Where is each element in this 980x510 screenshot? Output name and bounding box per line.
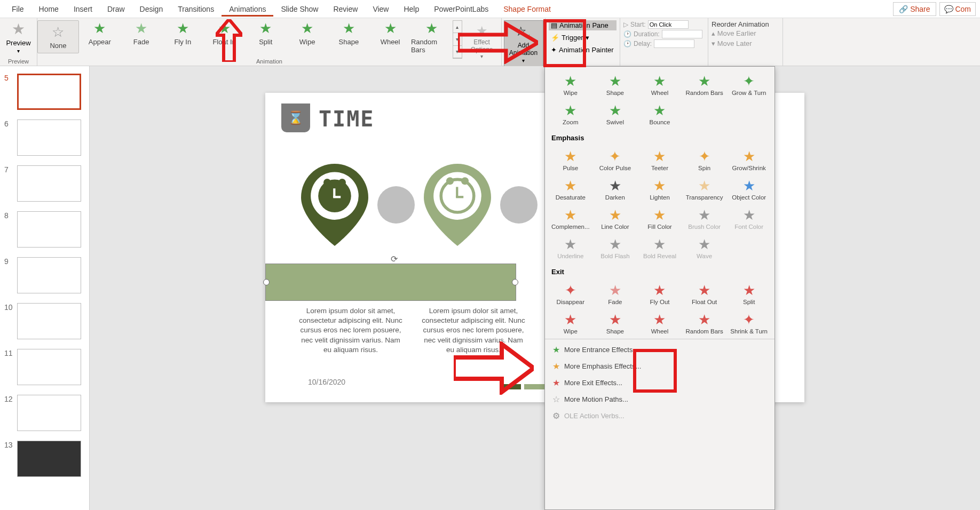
star-icon: ★ bbox=[653, 312, 666, 328]
anim-wheel[interactable]: ★Wheel bbox=[369, 20, 411, 46]
menu-design[interactable]: Design bbox=[132, 2, 171, 17]
thumbnail-13[interactable]: 13 bbox=[0, 439, 89, 484]
dd-spin[interactable]: ✦Spin bbox=[682, 146, 727, 173]
dd-shrinkturn[interactable]: ✦Shrink & Turn bbox=[726, 309, 771, 337]
more-entrance-link[interactable]: ★More Entrance Effects... bbox=[545, 341, 774, 358]
star-icon: ★ bbox=[698, 73, 710, 90]
text-col-2[interactable]: Lorem ipsum dolor sit amet, consectetur … bbox=[420, 306, 527, 355]
dd-randombars[interactable]: ★Random Bars bbox=[682, 71, 727, 98]
dd-darken[interactable]: ★Darken bbox=[593, 176, 638, 203]
more-motion-link[interactable]: ☆More Motion Paths... bbox=[545, 391, 774, 408]
dd-bounce[interactable]: ★Bounce bbox=[637, 100, 682, 128]
dd-growshrink[interactable]: ★Grow/Shrink bbox=[726, 146, 771, 173]
thumbnail-5[interactable]: 5 bbox=[0, 71, 89, 117]
effect-options[interactable]: ★Effect Options▾ bbox=[462, 20, 501, 62]
dd-wheel-exit[interactable]: ★Wheel bbox=[637, 309, 682, 337]
menu-transitions[interactable]: Transitions bbox=[170, 2, 222, 17]
dd-desaturate[interactable]: ★Desaturate bbox=[548, 176, 593, 203]
menu-slideshow[interactable]: Slide Show bbox=[273, 2, 326, 17]
anim-split[interactable]: ★Split bbox=[245, 20, 287, 46]
dd-teeter[interactable]: ★Teeter bbox=[637, 146, 682, 173]
dd-flyout[interactable]: ★Fly Out bbox=[637, 280, 682, 307]
thumbnail-6[interactable]: 6 bbox=[0, 117, 89, 163]
dd-disappear[interactable]: ✦Disappear bbox=[548, 280, 593, 307]
dd-fade-exit[interactable]: ★Fade bbox=[593, 280, 638, 307]
delay-input[interactable] bbox=[654, 39, 694, 48]
anim-appear[interactable]: ★Appear bbox=[79, 20, 121, 46]
share-button[interactable]: 🔗Share bbox=[893, 2, 936, 16]
preview-button[interactable]: Preview bbox=[6, 39, 30, 47]
dd-wheel[interactable]: ★Wheel bbox=[637, 71, 682, 98]
dd-pulse[interactable]: ★Pulse bbox=[548, 146, 593, 173]
more-emphasis-link[interactable]: ★More Emphasis Effects... bbox=[545, 358, 774, 374]
anim-randombars[interactable]: ★Random Bars bbox=[411, 20, 453, 54]
thumbnail-11[interactable]: 11 bbox=[0, 347, 89, 393]
add-animation-dropdown[interactable]: ★Wipe ★Shape ★Wheel ★Random Bars ✦Grow &… bbox=[544, 66, 775, 510]
dd-linecolor[interactable]: ★Line Color bbox=[593, 205, 638, 232]
animation-pane-button[interactable]: ▤Animation Pane bbox=[549, 20, 617, 30]
anim-fade[interactable]: ★Fade bbox=[121, 20, 162, 46]
dd-wipe-exit[interactable]: ★Wipe bbox=[548, 309, 593, 337]
spin-more-icon[interactable]: ▾ bbox=[453, 46, 462, 58]
dd-zoom[interactable]: ★Zoom bbox=[548, 100, 593, 128]
move-later-button[interactable]: ▾ Move Later bbox=[712, 38, 752, 49]
dd-wipe[interactable]: ★Wipe bbox=[548, 71, 593, 98]
anim-flyin[interactable]: ★Fly In bbox=[162, 20, 203, 46]
star-icon: ★ bbox=[743, 178, 755, 194]
gallery-spinner[interactable]: ▴▾▾ bbox=[453, 20, 462, 59]
dd-transparency[interactable]: ★Transparency bbox=[682, 176, 727, 203]
anim-shape[interactable]: ★Shape bbox=[328, 20, 369, 46]
dd-fillcolor[interactable]: ★Fill Color bbox=[637, 205, 682, 232]
pin-1[interactable] bbox=[297, 160, 372, 250]
dd-objectcolor[interactable]: ★Object Color bbox=[726, 176, 771, 203]
duration-input[interactable] bbox=[662, 30, 702, 38]
add-animation-button[interactable]: ☆+ Add Animation ▾ bbox=[504, 20, 543, 67]
anim-floatin[interactable]: ★Float In bbox=[203, 20, 245, 46]
slide-title[interactable]: TIME bbox=[319, 107, 374, 131]
menu-animations[interactable]: Animations bbox=[222, 2, 273, 17]
menu-review[interactable]: Review bbox=[326, 2, 365, 17]
slide-canvas[interactable]: ⌛ TIME ⟳ Lorem ipsum dolor sit amet, con… bbox=[90, 66, 980, 510]
pin-2[interactable] bbox=[420, 160, 495, 250]
star-icon: ★ bbox=[343, 20, 355, 37]
menu-view[interactable]: View bbox=[365, 2, 396, 17]
thumbnail-12[interactable]: 12 bbox=[0, 393, 89, 439]
anim-none[interactable]: ☆None bbox=[37, 20, 79, 53]
comments-button[interactable]: 💬 Com bbox=[939, 2, 976, 16]
dd-lighten[interactable]: ★Lighten bbox=[637, 176, 682, 203]
thumbnail-10[interactable]: 10 bbox=[0, 301, 89, 347]
animation-painter-button[interactable]: ✦Animation Painter bbox=[549, 45, 617, 55]
star-icon: ★ bbox=[609, 102, 621, 119]
selected-bar-shape[interactable] bbox=[265, 264, 516, 301]
dd-shape-exit[interactable]: ★Shape bbox=[593, 309, 638, 337]
dd-shape[interactable]: ★Shape bbox=[593, 71, 638, 98]
dd-split-exit[interactable]: ★Split bbox=[726, 280, 771, 307]
start-select[interactable] bbox=[648, 20, 689, 29]
dd-floatout[interactable]: ★Float Out bbox=[682, 280, 727, 307]
rotation-handle-icon[interactable]: ⟳ bbox=[391, 254, 398, 264]
menu-file[interactable]: File bbox=[4, 2, 31, 17]
move-earlier-button[interactable]: ▴ Move Earlier bbox=[712, 28, 756, 38]
dd-growturn[interactable]: ✦Grow & Turn bbox=[726, 71, 771, 98]
menu-insert[interactable]: Insert bbox=[66, 2, 100, 17]
menu-shape-format[interactable]: Shape Format bbox=[496, 2, 558, 17]
menu-home[interactable]: Home bbox=[31, 2, 66, 17]
menu-draw[interactable]: Draw bbox=[100, 2, 132, 17]
spin-down-icon[interactable]: ▾ bbox=[453, 33, 462, 45]
play-icon: ▷ bbox=[623, 21, 628, 28]
menu-help[interactable]: Help bbox=[396, 2, 426, 17]
dd-swivel[interactable]: ★Swivel bbox=[593, 100, 638, 128]
text-col-1[interactable]: Lorem ipsum dolor sit amet, consectetur … bbox=[297, 306, 404, 355]
more-exit-link[interactable]: ★More Exit Effects... bbox=[545, 374, 774, 391]
slide-thumbnails[interactable]: 5 6 7 8 9 10 11 12 13 bbox=[0, 66, 90, 510]
anim-wipe[interactable]: ★Wipe bbox=[287, 20, 328, 46]
dd-complementary[interactable]: ★Complemen... bbox=[548, 205, 593, 232]
trigger-button[interactable]: ⚡Trigger ▾ bbox=[549, 33, 617, 43]
thumbnail-9[interactable]: 9 bbox=[0, 255, 89, 301]
spin-up-icon[interactable]: ▴ bbox=[453, 21, 462, 33]
menu-powerpointlabs[interactable]: PowerPointLabs bbox=[426, 2, 496, 17]
thumbnail-7[interactable]: 7 bbox=[0, 163, 89, 209]
dd-randombars-exit[interactable]: ★Random Bars bbox=[682, 309, 727, 337]
dd-colorpulse[interactable]: ✦Color Pulse bbox=[593, 146, 638, 173]
thumbnail-8[interactable]: 8 bbox=[0, 209, 89, 255]
